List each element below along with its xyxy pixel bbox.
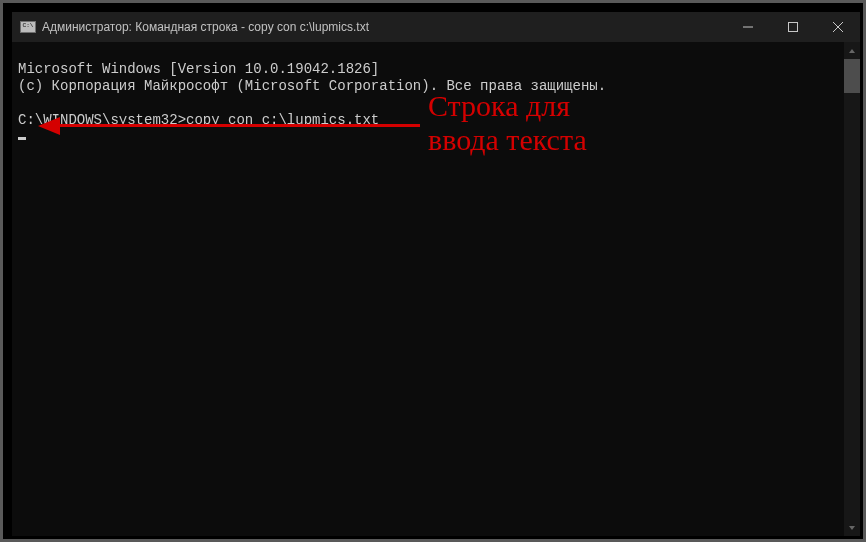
terminal-prompt-line: C:\WINDOWS\system32>copy con c:\lupmics.… xyxy=(18,112,379,145)
terminal-line: (c) Корпорация Майкрософт (Microsoft Cor… xyxy=(18,78,606,94)
annotation-text-line2: ввода текста xyxy=(428,124,587,156)
annotation-text-line1: Строка для xyxy=(428,90,570,122)
chevron-down-icon xyxy=(848,524,856,532)
vertical-scrollbar[interactable] xyxy=(844,42,860,536)
minimize-icon xyxy=(743,22,753,32)
scroll-thumb[interactable] xyxy=(844,59,860,93)
cmd-icon xyxy=(20,21,36,33)
terminal-line: Microsoft Windows [Version 10.0.19042.18… xyxy=(18,61,379,77)
scroll-down-button[interactable] xyxy=(844,519,860,536)
svg-marker-4 xyxy=(849,49,855,53)
window-controls xyxy=(725,12,860,42)
minimize-button[interactable] xyxy=(725,12,770,42)
maximize-button[interactable] xyxy=(770,12,815,42)
cmd-window: Администратор: Командная строка - copy c… xyxy=(12,12,860,536)
terminal-area[interactable]: Microsoft Windows [Version 10.0.19042.18… xyxy=(12,42,860,536)
titlebar[interactable]: Администратор: Командная строка - copy c… xyxy=(12,12,860,42)
chevron-up-icon xyxy=(848,47,856,55)
screenshot-frame: Администратор: Командная строка - copy c… xyxy=(0,0,866,542)
cursor xyxy=(18,137,26,140)
typed-command: copy con c:\lupmics.txt xyxy=(186,112,379,128)
window-title: Администратор: Командная строка - copy c… xyxy=(42,20,369,34)
close-icon xyxy=(833,22,843,32)
svg-marker-5 xyxy=(849,526,855,530)
svg-rect-1 xyxy=(788,23,797,32)
close-button[interactable] xyxy=(815,12,860,42)
prompt-path: C:\WINDOWS\system32> xyxy=(18,112,186,128)
maximize-icon xyxy=(788,22,798,32)
scroll-up-button[interactable] xyxy=(844,42,860,59)
